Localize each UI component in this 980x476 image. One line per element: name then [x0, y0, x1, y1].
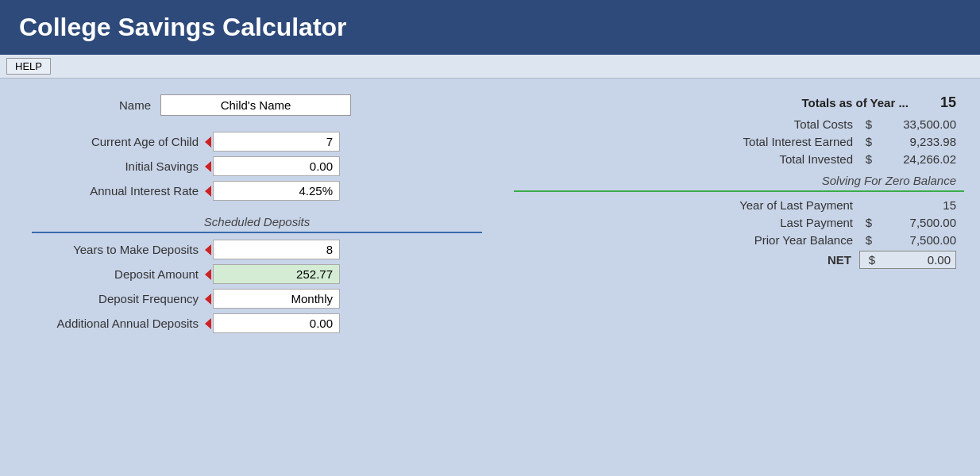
right-panel: Totals as of Year ... 15 Total Costs $ 3…	[498, 86, 980, 346]
total-interest-label: Total Interest Earned	[678, 135, 853, 148]
total-interest-dollar: $	[861, 135, 877, 148]
total-invested-value: 24,266.02	[877, 152, 956, 166]
initial-savings-input[interactable]	[213, 156, 340, 176]
prior-year-balance-row: Prior Year Balance $ 7,500.00	[514, 233, 964, 247]
annual-interest-input-wrap	[205, 181, 340, 201]
initial-savings-label: Initial Savings	[32, 159, 199, 173]
bottom-spacer	[0, 354, 980, 378]
year-last-payment-value: 15	[877, 198, 956, 212]
solving-title: Solving For Zero Balance	[514, 174, 964, 187]
last-payment-value: 7,500.00	[877, 216, 956, 229]
annual-interest-label: Annual Interest Rate	[32, 184, 199, 198]
additional-deposits-input[interactable]	[213, 313, 340, 333]
solving-divider	[514, 190, 964, 192]
prior-year-balance-label: Prior Year Balance	[678, 233, 853, 247]
years-deposits-label: Years to Make Deposits	[32, 243, 199, 256]
net-label: NET	[677, 253, 851, 267]
total-invested-label: Total Invested	[678, 152, 853, 166]
years-deposits-triangle-icon	[205, 244, 211, 255]
totals-header-year: 15	[940, 94, 956, 111]
current-age-triangle-icon	[205, 136, 211, 148]
name-label: Name	[95, 98, 151, 112]
header: College Savings Calculator	[0, 0, 980, 55]
year-last-payment-label: Year of Last Payment	[678, 198, 853, 212]
deposit-amount-row: Deposit Amount	[32, 264, 482, 284]
scheduled-deposits-title: Scheduled Deposits	[32, 215, 482, 228]
years-deposits-input-wrap	[205, 240, 340, 259]
total-invested-dollar: $	[861, 152, 877, 166]
current-age-row: Current Age of Child	[32, 132, 482, 152]
net-dollar: $	[860, 251, 884, 268]
page-title: College Savings Calculator	[19, 13, 961, 42]
name-input[interactable]	[160, 94, 351, 116]
prior-year-balance-value: 7,500.00	[877, 233, 956, 247]
total-costs-dollar: $	[861, 117, 877, 131]
initial-savings-input-wrap	[205, 156, 340, 176]
annual-interest-row: Annual Interest Rate	[32, 181, 482, 201]
deposit-frequency-row: Deposit Frequency	[32, 289, 482, 309]
deposit-amount-label: Deposit Amount	[32, 267, 199, 281]
scheduled-deposits-section: Scheduled Deposits Years to Make Deposit…	[32, 215, 482, 333]
initial-savings-triangle-icon	[205, 161, 211, 172]
current-age-input-wrap	[205, 132, 340, 152]
scheduled-deposits-divider	[32, 232, 482, 233]
deposit-frequency-triangle-icon	[205, 294, 211, 305]
totals-header-row: Totals as of Year ... 15	[514, 94, 964, 111]
net-row: NET $ 0.00	[514, 251, 964, 269]
last-payment-row: Last Payment $ 7,500.00	[514, 216, 964, 229]
prior-year-balance-dollar: $	[861, 233, 877, 247]
additional-deposits-input-wrap	[205, 313, 340, 333]
deposit-amount-input-wrap	[205, 264, 340, 284]
annual-interest-triangle-icon	[205, 186, 211, 197]
last-payment-label: Last Payment	[678, 216, 853, 229]
totals-header-label: Totals as of Year ...	[801, 96, 909, 109]
year-last-payment-row: Year of Last Payment 15	[514, 198, 964, 212]
form-section: Current Age of Child Initial Savings Ann…	[32, 132, 482, 201]
annual-interest-input[interactable]	[213, 181, 340, 201]
deposit-amount-input[interactable]	[213, 264, 340, 284]
name-row: Name	[95, 94, 482, 116]
additional-deposits-triangle-icon	[205, 318, 211, 329]
total-costs-value: 33,500.00	[877, 117, 956, 131]
left-panel: Name Current Age of Child Initial Saving…	[0, 86, 498, 346]
total-costs-row: Total Costs $ 33,500.00	[514, 117, 964, 131]
additional-deposits-label: Additional Annual Deposits	[32, 317, 199, 330]
deposit-frequency-input[interactable]	[213, 289, 340, 309]
last-payment-dollar: $	[861, 216, 877, 229]
total-costs-label: Total Costs	[678, 117, 853, 131]
years-deposits-row: Years to Make Deposits	[32, 240, 482, 259]
total-invested-row: Total Invested $ 24,266.02	[514, 152, 964, 166]
total-interest-value: 9,233.98	[877, 135, 956, 148]
years-deposits-input[interactable]	[213, 240, 340, 259]
net-value: 0.00	[884, 251, 955, 268]
deposit-frequency-input-wrap	[205, 289, 340, 309]
deposit-amount-triangle-icon	[205, 269, 211, 280]
total-interest-row: Total Interest Earned $ 9,233.98	[514, 135, 964, 148]
deposit-frequency-label: Deposit Frequency	[32, 292, 199, 305]
initial-savings-row: Initial Savings	[32, 156, 482, 176]
current-age-label: Current Age of Child	[32, 135, 199, 148]
current-age-input[interactable]	[213, 132, 340, 152]
main-content: Name Current Age of Child Initial Saving…	[0, 79, 980, 354]
help-bar: HELP	[0, 55, 980, 79]
help-button[interactable]: HELP	[6, 58, 51, 75]
additional-deposits-row: Additional Annual Deposits	[32, 313, 482, 333]
net-box: $ 0.00	[859, 251, 956, 269]
solving-section: Solving For Zero Balance Year of Last Pa…	[514, 174, 964, 269]
